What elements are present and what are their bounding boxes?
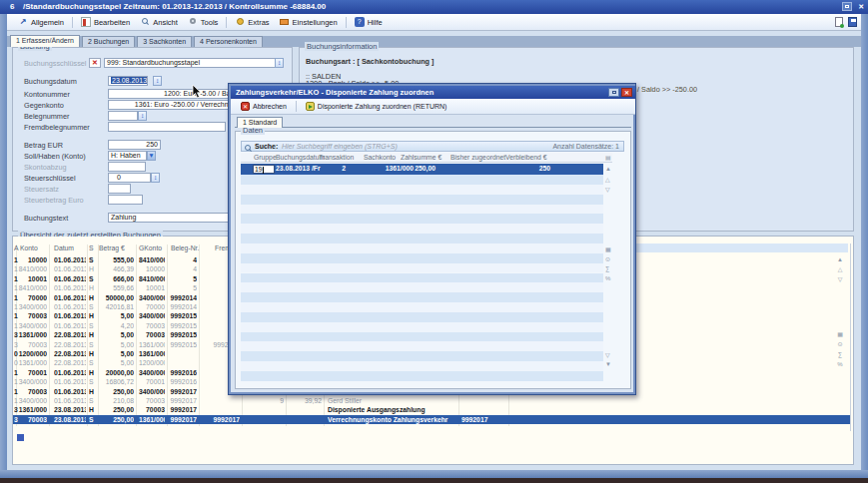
restore-icon[interactable] — [842, 2, 852, 11]
menu-ansicht[interactable]: Ansicht — [135, 15, 183, 29]
cell-betrag: 250,00 — [99, 405, 134, 414]
skontoabzug-input[interactable] — [108, 162, 146, 172]
col-buchungsdatum[interactable]: Buchungsdatum — [276, 154, 325, 161]
menu-label: Tools — [201, 18, 219, 27]
column-chooser-icon[interactable]: ▦ — [605, 245, 611, 252]
cell-konto: 70000 — [17, 293, 47, 302]
tab-erfassen-aendern[interactable]: 1 Erfassen/Ändern — [10, 35, 80, 47]
cancel-x-icon: ✕ — [241, 102, 250, 111]
column-chooser-icon[interactable]: ▤ — [605, 154, 611, 161]
cell-konto: 3400/000 — [17, 302, 47, 311]
spinner-icon[interactable]: ↕ — [151, 173, 160, 183]
col-transaktion[interactable]: Transaktion — [319, 154, 354, 161]
dialog-tab-standard[interactable]: 1 Standard — [237, 117, 283, 128]
percent-icon[interactable]: % — [605, 275, 610, 281]
save-icon[interactable] — [848, 17, 857, 27]
cell-betrag: 555,00 — [99, 255, 134, 264]
scroll-down-icon[interactable]: ▽ — [835, 275, 845, 284]
dropdown-arrow-icon[interactable]: ↕ — [275, 58, 284, 68]
cell-beleg: 9992017 — [169, 405, 197, 414]
gridline — [87, 244, 88, 426]
scroll-up-icon[interactable]: △ — [835, 265, 845, 274]
sum-icon[interactable]: ∑ — [605, 265, 609, 271]
col-bisher-zugeordnet[interactable]: Bisher zugeordnet — [450, 154, 505, 161]
application-window: 6 /Standardbuchungsstapel Zeitraum: 01.2… — [0, 0, 868, 483]
scroll-top-icon[interactable]: ▲ — [835, 255, 845, 264]
menu-allgemein[interactable]: ↗ Allgemein — [13, 15, 69, 29]
cell-s: S — [89, 255, 97, 264]
cell-gkonto: 70003 — [139, 396, 165, 405]
col-header-gkonto[interactable]: GKonto — [139, 244, 162, 253]
menu-tools[interactable]: Tools — [183, 15, 224, 29]
col-gruppe[interactable]: Gruppe — [254, 154, 277, 161]
cell-datum: 01.06.2013 — [54, 321, 86, 330]
scroll-down-icon[interactable]: ▽ — [605, 186, 610, 193]
col-verbleibend[interactable]: Verbleibend € — [505, 154, 547, 161]
cell-konto: 70003 — [17, 311, 47, 320]
search-icon[interactable]: ⊙ — [835, 340, 845, 349]
tab-personenkonten[interactable]: 4 Personenkonten — [194, 36, 263, 47]
clear-icon[interactable]: ✕ — [89, 58, 101, 68]
betrag-input[interactable]: 250 — [108, 140, 161, 150]
soll-haben-label: Soll/Haben (Konto) — [24, 152, 86, 161]
assign-payment-button[interactable]: Disponierte Zahlung zuordnen (RETURN) — [300, 100, 453, 113]
belegnummer-input[interactable] — [108, 111, 138, 121]
menu-hilfe[interactable]: ? Hilfe — [350, 15, 388, 29]
cell-zahlsumme: 250,00 — [415, 164, 435, 174]
col-zahlsumme[interactable]: Zahlsumme € — [401, 154, 441, 161]
new-document-icon[interactable] — [835, 17, 843, 27]
col-header-konto[interactable]: Konto — [20, 244, 38, 253]
cell-datum: 22.08.2013 — [54, 340, 86, 349]
search-icon[interactable]: ⊙ — [605, 255, 610, 262]
steuerbetrag-input[interactable] — [108, 195, 143, 205]
col-header-datum[interactable]: Datum — [54, 244, 74, 253]
dialog-restore-icon[interactable] — [608, 88, 619, 97]
column-chooser-icon[interactable]: ▦ — [835, 330, 845, 339]
search-bar[interactable]: Suche: Hier Suchbegriff eingeben (STRG+S… — [241, 141, 624, 152]
buchungsdatum-input[interactable]: 23.08.2013 — [108, 76, 148, 86]
scroll-top-icon[interactable]: ▲ — [605, 166, 611, 172]
cell-konto: 8410/000 — [17, 283, 47, 292]
percent-icon[interactable]: % — [835, 360, 845, 369]
scroll-up-icon[interactable]: △ — [605, 176, 610, 183]
menu-einstellungen[interactable]: Einstellungen — [275, 15, 343, 29]
menu-label: Extras — [248, 18, 269, 27]
cell-datum: 23.08.2013 — [54, 405, 86, 414]
empty-row-stripe — [241, 292, 603, 302]
col-header-beleg[interactable]: Beleg-Nr. — [171, 244, 199, 253]
spinner-icon[interactable]: ↕ — [138, 111, 147, 121]
fremdbelegnummer-input[interactable] — [108, 122, 226, 132]
menu-label: Einstellungen — [293, 18, 338, 27]
scroll-bottom-icon[interactable]: ▼ — [605, 361, 611, 367]
menu-extras[interactable]: Extras — [230, 15, 274, 29]
scroll-down-icon[interactable]: ▽ — [605, 351, 610, 358]
menu-label: Bearbeiten — [94, 18, 130, 27]
spinner-icon[interactable]: ↕ — [153, 76, 162, 86]
empty-row-stripe — [241, 234, 603, 243]
soll-haben-select[interactable]: H: Haben — [108, 151, 147, 161]
tab-sachkonten[interactable]: 3 Sachkonten — [137, 36, 192, 47]
cell-gkonto: 10000 — [139, 264, 165, 273]
menubar: ↗ Allgemein Bearbeiten Ansicht Tools Ext… — [7, 14, 861, 31]
steuersatz-input[interactable] — [108, 184, 131, 194]
col-header-betrag[interactable]: Betrag € — [99, 244, 125, 253]
dialog-close-icon[interactable]: ✕ — [621, 88, 632, 97]
buchungsschluessel-select[interactable]: 999: Standardbuchungsstapel — [104, 58, 276, 68]
cancel-button[interactable]: ✕ Abbrechen — [235, 100, 293, 113]
cell-konto: 3400/000 — [17, 396, 47, 405]
window-frame-right — [861, 14, 868, 478]
cell-konto: 1361/000 — [17, 405, 47, 414]
dropdown-arrow-icon[interactable]: ▼ — [147, 151, 156, 161]
tab-buchungen[interactable]: 2 Buchungen — [82, 36, 135, 47]
cell-betrag: 5,00 — [99, 358, 134, 367]
col-header-s[interactable]: S — [89, 244, 94, 253]
saldo-line-1361-tail: / Saldo >> -250.00 — [637, 85, 697, 94]
menu-bearbeiten[interactable]: Bearbeiten — [76, 15, 135, 29]
col-sachkonto[interactable]: Sachkonto — [364, 154, 396, 161]
cell-konto: 8410/000 — [17, 264, 47, 273]
gruppe-edit-cell[interactable]: 19 — [253, 165, 275, 174]
steuerschluessel-input[interactable]: 0 — [108, 173, 151, 183]
close-icon[interactable]: ✕ — [858, 1, 864, 12]
edit-note-icon — [81, 17, 91, 27]
sum-icon[interactable]: ∑ — [835, 350, 845, 359]
